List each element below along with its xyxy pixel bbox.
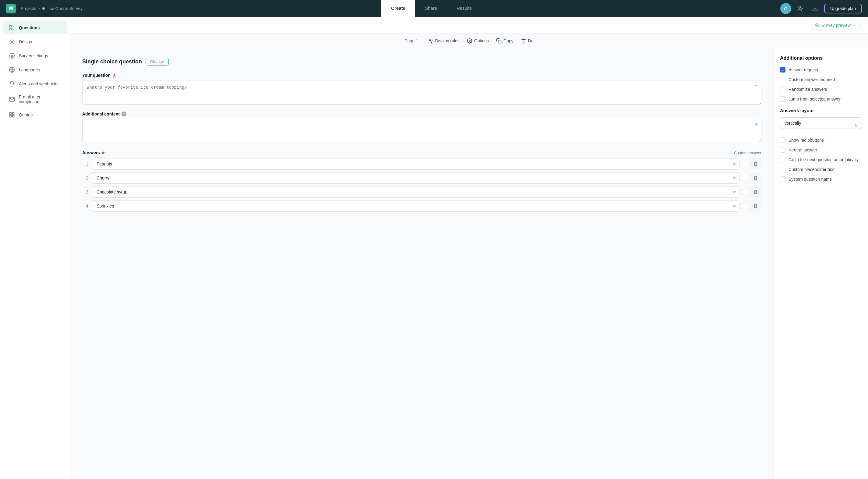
answer-input-wrapper-3: ✏ <box>92 186 740 198</box>
additional-content-textarea[interactable] <box>82 119 762 143</box>
survey-preview-button[interactable]: Survey preview <box>810 21 861 30</box>
list-icon <box>8 24 15 31</box>
randomize-answers-checkbox[interactable] <box>780 87 785 92</box>
custom-answer-required-checkbox[interactable] <box>780 77 785 82</box>
tab-share[interactable]: Share <box>415 0 447 17</box>
answer-input-wrapper-4: ✏ <box>92 200 740 212</box>
bell-icon <box>8 81 15 87</box>
page-toolbar-actions: Display rules Options Copy <box>428 38 534 43</box>
email-icon <box>8 96 15 103</box>
custom-answer-label: Custom answer <box>734 151 762 155</box>
help-icon[interactable]: ? <box>122 112 126 116</box>
answer-delete-button-4[interactable]: 🗑 <box>750 201 762 211</box>
upgrade-plan-button[interactable]: Upgrade plan <box>824 4 862 13</box>
answer-edit-icon-4[interactable]: ✏ <box>733 204 737 208</box>
sidebar-item-quotas[interactable]: Quotas <box>2 109 67 121</box>
layout-select[interactable]: vertically horizontally grid <box>780 117 862 129</box>
option-row-system-question-name: System question name <box>780 176 862 182</box>
answer-edit-icon-3[interactable]: ✏ <box>733 189 737 194</box>
option-row-randomize-answers: Randomize answers <box>780 87 862 92</box>
answer-custom-checkbox-3[interactable] <box>742 189 748 195</box>
sidebar-item-email-after-completion[interactable]: E-mail after completion <box>2 91 67 107</box>
custom-placeholder-text-label: Custom placeholder text <box>788 167 835 172</box>
neutral-answer-checkbox[interactable] <box>780 147 785 153</box>
answer-required-checkbox[interactable] <box>780 67 785 72</box>
svg-point-10 <box>11 41 13 43</box>
display-rules-button[interactable]: Display rules <box>428 38 460 43</box>
additional-content-edit-icon[interactable]: ✏ <box>755 122 758 127</box>
answer-custom-checkbox-4[interactable] <box>742 203 748 209</box>
system-question-name-label: System question name <box>788 177 832 182</box>
show-radiobuttons-label: Show radiobuttons <box>788 138 824 143</box>
option-row-answer-required: Answer required <box>780 67 862 72</box>
answer-custom-checkbox-1[interactable] <box>742 161 748 167</box>
answers-header: Answers ★ Custom answer <box>82 150 762 155</box>
svg-point-11 <box>11 55 13 57</box>
tab-results[interactable]: Results <box>447 0 482 17</box>
display-rules-label: Display rules <box>435 38 460 43</box>
projects-link[interactable]: Projects <box>21 6 36 11</box>
svg-point-18 <box>816 25 818 26</box>
svg-rect-17 <box>12 116 14 117</box>
brush-icon <box>8 38 15 45</box>
system-question-name-checkbox[interactable] <box>780 176 785 182</box>
answers-required-star: ★ <box>101 150 105 155</box>
question-textarea[interactable] <box>82 80 762 104</box>
tab-create[interactable]: Create <box>381 0 415 17</box>
answer-custom-checkbox-2[interactable] <box>742 175 748 181</box>
layout-select-wrapper: vertically horizontally grid <box>780 117 862 133</box>
survey-status-dot <box>42 7 45 10</box>
answer-delete-button-2[interactable]: 🗑 <box>750 173 762 183</box>
question-textarea-wrapper: ✏ <box>82 80 762 106</box>
change-type-button[interactable]: Change <box>146 58 169 65</box>
download-button[interactable] <box>809 3 820 14</box>
answers-section: Answers ★ Custom answer 1. ✏ 🗑 <box>82 150 762 212</box>
sidebar-item-design[interactable]: Design <box>2 35 67 48</box>
answer-input-1[interactable] <box>92 158 740 170</box>
sidebar-item-survey-settings[interactable]: Survey settings <box>2 49 67 62</box>
answer-input-4[interactable] <box>92 200 740 212</box>
main-tabs: Create Share Results <box>87 0 775 17</box>
options-button[interactable]: Options <box>467 38 489 43</box>
add-user-button[interactable] <box>795 3 806 14</box>
answer-required-label: Answer required <box>788 67 819 72</box>
custom-placeholder-text-checkbox[interactable] <box>780 167 785 172</box>
sidebar-label-survey-settings: Survey settings <box>19 53 48 58</box>
option-row-custom-placeholder-text: Custom placeholder text <box>780 167 862 172</box>
go-to-next-auto-label: Go to the next question automatically <box>788 157 859 162</box>
answer-edit-icon-1[interactable]: ✏ <box>733 161 737 167</box>
neutral-answer-label: Neutral answer <box>788 148 817 152</box>
sidebar-label-email-after-completion: E-mail after completion <box>19 94 61 104</box>
page-label: Page 1 <box>404 38 418 43</box>
question-edit-icon[interactable]: ✏ <box>755 83 758 88</box>
option-row-custom-answer-required: Custom answer required <box>780 77 862 82</box>
additional-content-label: Additional content ? <box>82 112 762 116</box>
answer-input-wrapper-1: ✏ <box>92 158 740 170</box>
delete-button[interactable]: De <box>521 38 534 43</box>
answer-input-wrapper-2: ✏ <box>92 172 740 184</box>
jump-from-selected-checkbox[interactable] <box>780 96 785 102</box>
main-content: Survey preview Page 1 Display rules <box>70 17 868 479</box>
sidebar-label-design: Design <box>19 39 32 44</box>
answer-delete-button-1[interactable]: 🗑 <box>750 158 762 170</box>
answer-edit-icon-2[interactable]: ✏ <box>733 176 737 180</box>
answer-input-3[interactable] <box>92 186 740 198</box>
show-radiobuttons-checkbox[interactable] <box>780 138 785 143</box>
avatar: G <box>780 3 791 14</box>
sidebar-item-languages[interactable]: Languages <box>2 63 67 76</box>
svg-rect-15 <box>12 113 14 115</box>
table-row: 1. ✏ 🗑 <box>82 158 762 170</box>
copy-label: Copy <box>503 38 514 43</box>
option-row-jump-from-selected: Jump from selected answer <box>780 96 862 102</box>
answer-num-2: 2. <box>82 176 90 180</box>
sidebar-item-questions[interactable]: Questions <box>2 21 67 34</box>
svg-rect-16 <box>10 116 11 117</box>
globe-icon <box>8 66 15 73</box>
sidebar-item-alerts-webhooks[interactable]: Alerts and webhooks <box>2 78 67 90</box>
answer-delete-button-3[interactable]: 🗑 <box>750 186 762 198</box>
go-to-next-auto-checkbox[interactable] <box>780 157 785 162</box>
copy-button[interactable]: Copy <box>496 38 514 43</box>
answer-input-2[interactable] <box>92 172 740 184</box>
svg-point-19 <box>469 40 470 42</box>
question-editor: Single choice question Change Your quest… <box>70 48 774 479</box>
